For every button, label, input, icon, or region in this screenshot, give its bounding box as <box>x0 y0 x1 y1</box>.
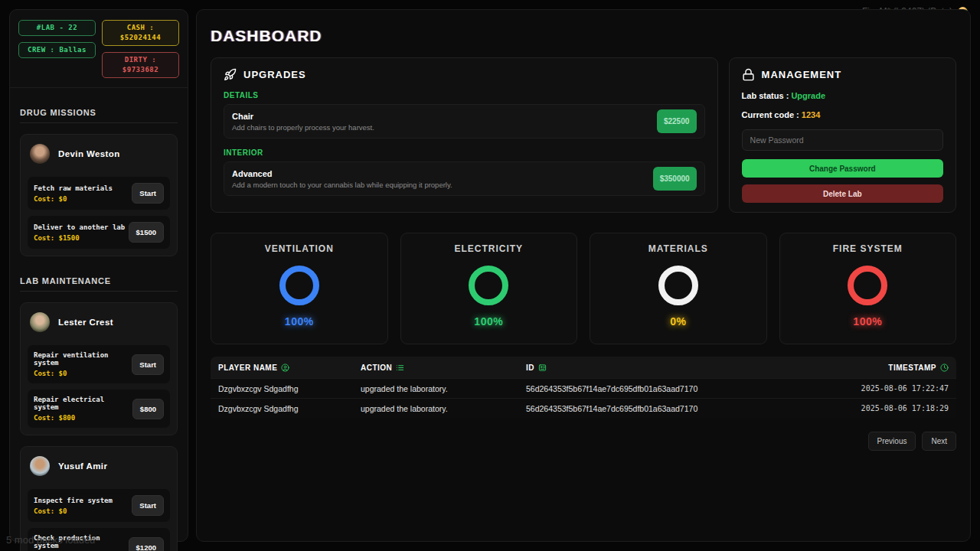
change-password-button[interactable]: Change Password <box>742 159 943 178</box>
mission-cost: Cost: $0 <box>34 507 113 515</box>
character-name: Yusuf Amir <box>58 461 107 471</box>
gauge-fire-system: FIRE SYSTEM 100% <box>779 233 957 344</box>
current-code-line: Current code : 1234 <box>742 110 943 119</box>
sidebar-sections: DRUG MISSIONS Devin Weston Fetch raw mat… <box>10 108 188 551</box>
gauge-label: MATERIALS <box>648 243 708 254</box>
management-title: MANAGEMENT <box>762 69 842 80</box>
main-panel: DASHBOARD UPGRADES DETAILS Chair Add cha… <box>196 9 971 542</box>
gauge-ring <box>658 266 698 305</box>
gauge-ventilation: VENTILATION 100% <box>211 233 388 344</box>
gauge-ring <box>279 266 319 305</box>
upgrades-title: UPGRADES <box>243 69 306 80</box>
log-timestamp: 2025-08-06 17:22:47 <box>811 384 949 393</box>
upgrades-card: UPGRADES DETAILS Chair Add chairs to pro… <box>211 57 718 213</box>
upgrade-description: Add chairs to properly process your harv… <box>232 123 374 132</box>
gauge-ring <box>469 266 508 305</box>
mission-start-button[interactable]: Start <box>132 354 164 375</box>
mission-item: Repair ventilation system Cost: $0 Start <box>28 345 170 383</box>
log-row: Dzgvbxzcgv Sdgadfhg upgraded the laborat… <box>211 398 956 418</box>
cash-badge: CASH : $52024144 <box>102 20 179 46</box>
log-timestamp: 2025-08-06 17:18:29 <box>811 404 949 412</box>
next-page-button[interactable]: Next <box>922 432 956 451</box>
avatar <box>30 144 50 164</box>
avatar <box>30 312 50 332</box>
mission-price-button[interactable]: $800 <box>132 399 164 419</box>
list-icon <box>396 364 404 372</box>
upgrade-name: Advanced <box>232 169 452 178</box>
previous-page-button[interactable]: Previous <box>868 432 916 451</box>
gauge-value: 0% <box>670 315 686 328</box>
character-card-devin-weston: Devin Weston Fetch raw materials Cost: $… <box>20 134 178 256</box>
upgrade-group-details-label: DETAILS <box>224 91 705 99</box>
lab-status-line: Lab status : Upgrade <box>742 91 943 100</box>
gauge-label: VENTILATION <box>265 243 334 254</box>
log-row: Dzgvbxzcgv Sdgadfhg upgraded the laborat… <box>211 378 956 398</box>
mission-cost: Cost: $0 <box>34 195 113 203</box>
current-code-label: Current code : <box>742 110 802 119</box>
gauge-electricity: ELECTRICITY 100% <box>400 233 578 344</box>
column-action: ACTION <box>361 364 392 372</box>
upgrade-buy-button[interactable]: $22500 <box>657 109 697 133</box>
mission-cost: Cost: $1500 <box>34 234 125 242</box>
gauge-value: 100% <box>285 315 314 328</box>
mission-cost: Cost: $800 <box>34 414 132 422</box>
character-header: Devin Weston <box>28 142 170 171</box>
clock-icon <box>940 364 949 372</box>
mission-item: Inspect fire system Cost: $0 Start <box>28 489 170 522</box>
gauge-value: 100% <box>853 315 882 328</box>
mission-price-button[interactable]: $1500 <box>129 222 164 243</box>
activity-log-table: PLAYER NAME ACTION ID TIMESTAMP <box>211 357 956 418</box>
badge-grid: #LAB - 22 CREW : Ballas CASH : $52024144… <box>10 10 188 86</box>
delete-lab-button[interactable]: Delete Lab <box>742 184 943 203</box>
mission-cost: Cost: $0 <box>34 370 132 377</box>
gauge-row: VENTILATION 100% ELECTRICITY 100% MATERI… <box>211 233 956 344</box>
log-player: Dzgvbxzcgv Sdgadfhg <box>218 384 361 393</box>
character-name: Lester Crest <box>58 318 113 327</box>
rocket-icon <box>224 68 237 81</box>
gauge-value: 100% <box>474 315 503 328</box>
crew-badge: CREW : Ballas <box>18 42 96 58</box>
character-header: Lester Crest <box>28 310 170 339</box>
dirty-money-badge: DIRTY : $9733682 <box>102 52 179 78</box>
current-code-value: 1234 <box>802 110 820 119</box>
mission-title: Repair electrical system <box>34 396 132 411</box>
lab-status-value: Upgrade <box>791 91 825 100</box>
upgrade-group-interior-label: INTERIOR <box>224 148 705 157</box>
log-action: upgraded the laboratory. <box>361 404 526 413</box>
log-id: 56d264353f5b67f14ae7dc695dfb01a63aad7170 <box>526 384 811 393</box>
management-card: MANAGEMENT Lab status : Upgrade Current … <box>729 57 956 213</box>
mission-item: Fetch raw materials Cost: $0 Start <box>28 177 170 210</box>
log-id: 56d264353f5b67f14ae7dc695dfb01a63aad7170 <box>526 404 811 413</box>
mission-start-button[interactable]: Start <box>132 495 164 516</box>
upgrade-item-advanced: Advanced Add a modern touch to your cann… <box>224 161 705 196</box>
gauge-materials: MATERIALS 0% <box>590 233 767 344</box>
mission-start-button[interactable]: Start <box>132 183 164 204</box>
column-timestamp: TIMESTAMP <box>888 364 936 372</box>
mission-title: Deliver to another lab <box>34 223 125 231</box>
mission-item: Deliver to another lab Cost: $1500 $1500 <box>28 216 170 249</box>
page-title: DASHBOARD <box>211 27 956 45</box>
new-password-input[interactable] <box>742 129 943 151</box>
character-card-lester-crest: Lester Crest Repair ventilation system C… <box>20 302 178 435</box>
gauge-label: ELECTRICITY <box>454 243 523 254</box>
upgrade-buy-button[interactable]: $350000 <box>653 167 697 191</box>
lab-id-badge: #LAB - 22 <box>18 20 96 36</box>
upgrade-item-chair: Chair Add chairs to properly process you… <box>224 104 705 139</box>
log-player: Dzgvbxzcgv Sdgadfhg <box>218 404 361 413</box>
lab-status-label: Lab status : <box>742 91 792 100</box>
mission-title: Inspect fire system <box>34 497 113 504</box>
log-table-header: PLAYER NAME ACTION ID TIMESTAMP <box>211 357 956 378</box>
pagination: Previous Next <box>211 432 956 451</box>
mission-price-button[interactable]: $1200 <box>129 537 164 551</box>
upgrade-description: Add a modern touch to your cannabis lab … <box>232 181 452 189</box>
lock-icon <box>742 68 755 81</box>
log-action: upgraded the laboratory. <box>361 384 526 393</box>
character-name: Devin Weston <box>58 149 120 158</box>
sidebar: #LAB - 22 CREW : Ballas CASH : $52024144… <box>9 9 188 542</box>
mod-packs-loaded-text: 5 mod packs loaded <box>6 534 95 546</box>
mission-title: Fetch raw materials <box>34 184 113 192</box>
sidebar-divider <box>10 87 188 88</box>
id-card-icon <box>538 364 547 372</box>
gauge-label: FIRE SYSTEM <box>833 243 903 254</box>
mission-item: Repair electrical system Cost: $800 $800 <box>28 390 170 428</box>
